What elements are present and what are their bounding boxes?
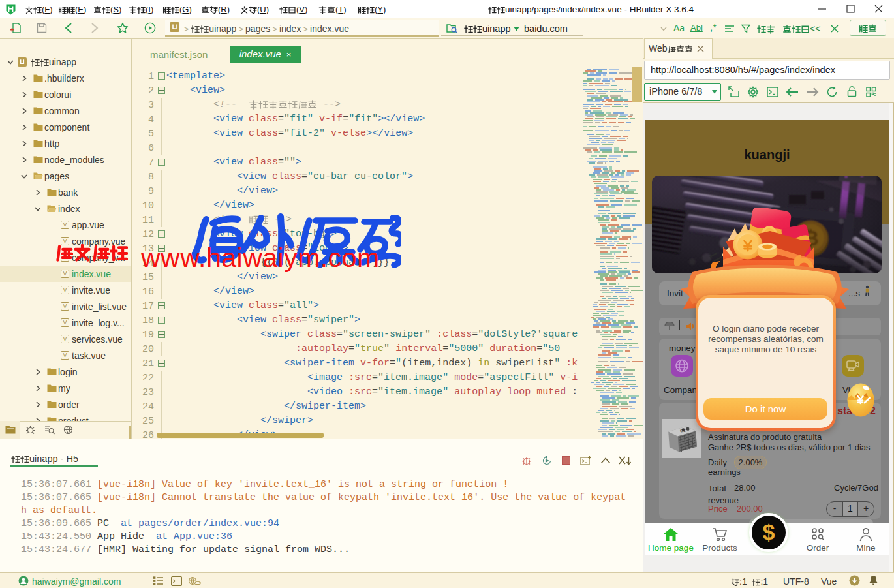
svg-text:GC: GC bbox=[680, 429, 686, 433]
